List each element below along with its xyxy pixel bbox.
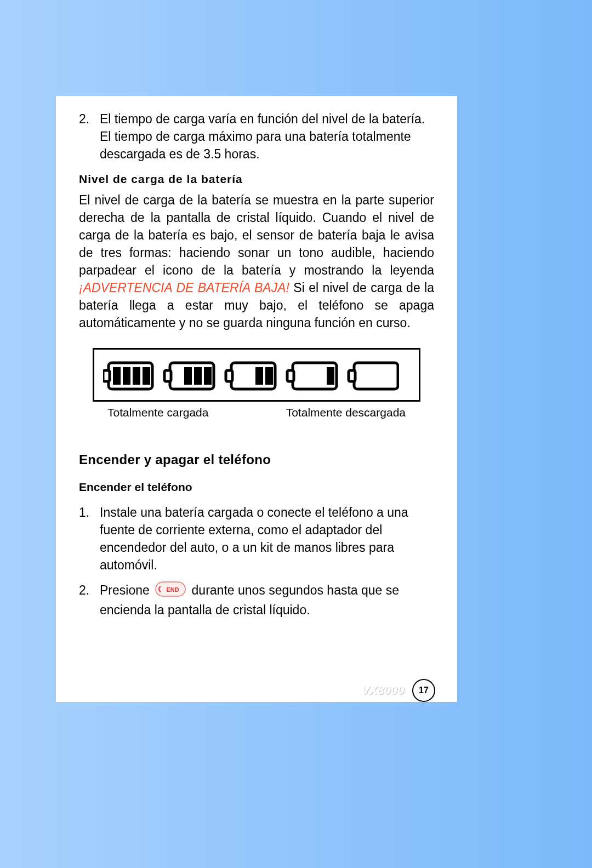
svg-rect-9 bbox=[194, 367, 202, 385]
svg-rect-17 bbox=[327, 367, 334, 385]
svg-rect-2 bbox=[113, 367, 121, 385]
battery-icon-empty bbox=[349, 363, 398, 389]
svg-rect-8 bbox=[184, 367, 192, 385]
list-number: 2. bbox=[79, 581, 90, 619]
subheading-turn-on: Encender el teléfono bbox=[79, 481, 434, 494]
battery-icon-full bbox=[103, 363, 152, 389]
battery-icons-svg bbox=[103, 359, 399, 392]
list-item: 2. El tiempo de carga varía en función d… bbox=[79, 110, 434, 163]
battery-captions: Totalmente cargada Totalmente descargada bbox=[103, 406, 410, 419]
svg-rect-14 bbox=[265, 367, 273, 385]
list-text: Presione END durante unos segundos hasta… bbox=[100, 581, 434, 619]
battery-level-paragraph: El nivel de carga de la batería se muest… bbox=[79, 191, 434, 332]
battery-level-diagram bbox=[93, 348, 420, 402]
svg-rect-4 bbox=[133, 367, 140, 385]
heading-battery-level: Nivel de carga de la batería bbox=[79, 173, 434, 186]
svg-rect-10 bbox=[204, 367, 212, 385]
end-key-icon: END bbox=[155, 581, 186, 601]
list-text: Instale una batería cargada o conecte el… bbox=[100, 504, 434, 574]
list-number: 1. bbox=[79, 504, 90, 574]
heading-power-phone: Encender y apagar el teléfono bbox=[79, 452, 434, 467]
svg-rect-3 bbox=[123, 367, 130, 385]
svg-text:END: END bbox=[167, 586, 179, 593]
list-text: El tiempo de carga varía en función del … bbox=[100, 110, 434, 163]
list-item: 2. Presione END durante unos segundos ha… bbox=[79, 581, 434, 619]
svg-rect-19 bbox=[349, 370, 355, 381]
text-segment: Presione bbox=[100, 583, 153, 597]
page-footer: VX8000 17 bbox=[56, 679, 457, 702]
list-item: 1. Instale una batería cargada o conecte… bbox=[79, 504, 434, 574]
svg-rect-7 bbox=[164, 370, 171, 381]
page-number: 17 bbox=[419, 686, 429, 695]
list-number: 2. bbox=[79, 110, 90, 163]
battery-warning-text: ¡ADVERTENCIA DE BATERÍA BAJA! bbox=[79, 281, 289, 295]
svg-rect-1 bbox=[103, 370, 110, 381]
caption-empty: Totalmente descargada bbox=[286, 406, 406, 419]
caption-full: Totalmente cargada bbox=[107, 406, 208, 419]
svg-rect-13 bbox=[255, 367, 263, 385]
svg-rect-12 bbox=[226, 370, 232, 381]
svg-rect-5 bbox=[143, 367, 150, 385]
battery-icon-2bars bbox=[226, 363, 275, 389]
battery-icon-1bar bbox=[287, 363, 337, 389]
page-background: 2. El tiempo de carga varía en función d… bbox=[0, 0, 592, 868]
page-number-badge: 17 bbox=[412, 679, 435, 702]
model-label: VX8000 bbox=[361, 683, 404, 697]
svg-rect-18 bbox=[354, 363, 398, 389]
svg-rect-16 bbox=[287, 370, 294, 381]
battery-icon-3bars bbox=[164, 363, 214, 389]
content-sheet: 2. El tiempo de carga varía en función d… bbox=[56, 96, 457, 702]
para-segment: El nivel de carga de la batería se muest… bbox=[79, 193, 434, 277]
